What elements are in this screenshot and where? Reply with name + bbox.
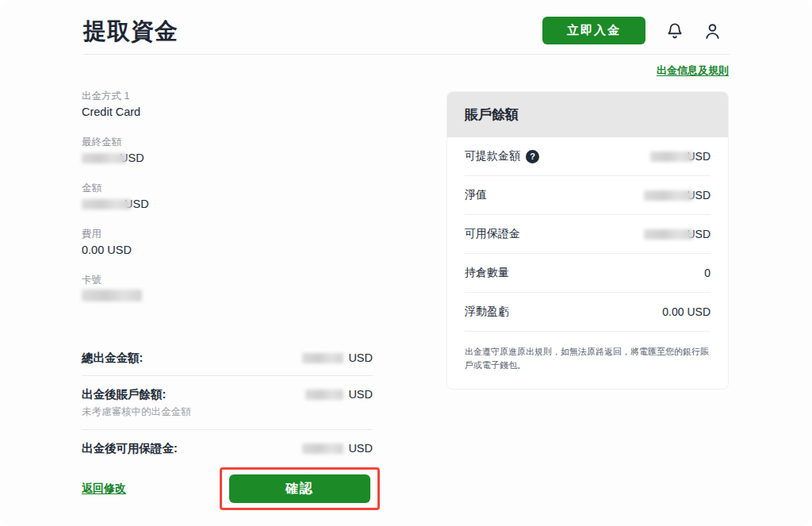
field-value: USD xyxy=(82,198,373,210)
confirm-button[interactable]: 確認 xyxy=(229,474,370,503)
field-label: 出金方式 1 xyxy=(82,90,373,103)
summary-label: 出金後可用保證金: xyxy=(82,441,178,455)
deposit-now-button[interactable]: 立即入金 xyxy=(542,17,645,44)
field-label: 最終金額 xyxy=(82,136,373,149)
redacted-value xyxy=(302,353,343,363)
withdrawal-rules-link[interactable]: 出金信息及規則 xyxy=(657,63,729,78)
withdrawal-method-field: 出金方式 1 Credit Card xyxy=(82,90,373,118)
card-row-value: USD xyxy=(644,189,710,202)
card-number-field: 卡號 xyxy=(82,274,373,301)
summary-label: 出金後賬戶餘額: xyxy=(82,387,191,401)
withdrawal-disclaimer: 出金遵守原進原出規則，如無法原路返回，將電匯至您的銀行賬戶或電子錢包。 xyxy=(465,332,710,389)
field-value xyxy=(82,290,373,301)
card-row-value: 0.00 USD xyxy=(662,305,710,318)
withdrawal-details-panel: 出金方式 1 Credit Card 最終金額 USD 金額 USD 費用 0.… xyxy=(82,90,373,510)
bell-icon xyxy=(665,21,685,41)
currency-suffix: USD xyxy=(348,387,373,401)
margin-after-withdrawal-row: 出金後可用保證金: USD xyxy=(82,430,373,466)
field-value: 0.00 USD xyxy=(82,244,373,256)
card-row-value: USD xyxy=(650,150,710,163)
currency-suffix: USD xyxy=(348,351,373,365)
card-title: 賬戶餘額 xyxy=(447,92,728,137)
withdraw-funds-page: 提取資金 立即入金 出金信息及規則 出金方式 1 Credit Card 最終金… xyxy=(0,0,812,526)
card-row-label: 可用保證金 xyxy=(465,227,520,241)
notifications-button[interactable] xyxy=(664,20,686,42)
redacted-value xyxy=(305,390,343,400)
card-body: 可提款金額 ? USD 淨值 USD 可用保證金 US xyxy=(447,137,728,389)
total-withdrawal-row: 總出金金額: USD xyxy=(82,340,373,376)
redacted-value xyxy=(82,290,142,301)
field-value: Credit Card xyxy=(82,106,373,118)
help-icon[interactable]: ? xyxy=(526,150,539,163)
redacted-value xyxy=(644,229,693,240)
net-value-row: 淨值 USD xyxy=(465,176,710,215)
summary-value: USD xyxy=(302,351,373,365)
card-row-label: 持倉數量 xyxy=(465,266,509,280)
summary-label-group: 出金後賬戶餘額: 未考慮審核中的出金金額 xyxy=(82,387,191,419)
summary-label: 總出金金額: xyxy=(82,351,143,365)
amount-field: 金額 USD xyxy=(82,182,373,210)
card-row-label: 浮動盈虧 xyxy=(465,305,509,319)
account-button[interactable] xyxy=(701,20,723,42)
field-label: 卡號 xyxy=(82,274,373,287)
summary-value: USD xyxy=(305,387,373,401)
actions-row: 返回修改 確認 xyxy=(82,467,373,510)
page-title: 提取資金 xyxy=(83,16,178,48)
redacted-value xyxy=(82,199,131,209)
field-label: 費用 xyxy=(82,228,373,241)
summary-note: 未考慮審核中的出金金額 xyxy=(82,405,191,419)
withdrawal-summary: 總出金金額: USD 出金後賬戶餘額: 未考慮審核中的出金金額 USD 出金後可… xyxy=(82,340,373,466)
redacted-value xyxy=(650,152,693,162)
withdrawable-amount-row: 可提款金額 ? USD xyxy=(465,137,710,176)
currency-suffix: USD xyxy=(348,441,373,455)
field-label: 金額 xyxy=(82,182,373,195)
account-balance-card: 賬戶餘額 可提款金額 ? USD 淨值 USD 可 xyxy=(446,91,729,390)
card-row-value: USD xyxy=(644,228,710,240)
balance-after-withdrawal-row: 出金後賬戶餘額: 未考慮審核中的出金金額 USD xyxy=(82,376,373,430)
back-to-edit-link[interactable]: 返回修改 xyxy=(82,482,126,496)
position-count-row: 持倉數量 0 xyxy=(465,254,710,293)
fee-field: 費用 0.00 USD xyxy=(82,228,373,256)
card-row-value: 0 xyxy=(704,267,710,279)
card-row-label: 淨值 xyxy=(465,188,487,202)
card-row-label: 可提款金額 xyxy=(465,149,520,163)
final-amount-field: 最終金額 USD xyxy=(82,136,373,164)
card-row-label-group: 可提款金額 ? xyxy=(465,149,539,163)
user-icon xyxy=(702,21,723,42)
field-value: USD xyxy=(82,152,373,164)
confirm-highlight-annotation: 確認 xyxy=(220,467,380,510)
redacted-value xyxy=(644,190,693,201)
available-margin-row: 可用保證金 USD xyxy=(465,215,710,254)
summary-value: USD xyxy=(302,441,373,455)
redacted-value xyxy=(82,153,126,163)
floating-pnl-row: 浮動盈虧 0.00 USD xyxy=(465,293,710,332)
redacted-value xyxy=(302,443,343,454)
header-divider xyxy=(83,54,730,55)
